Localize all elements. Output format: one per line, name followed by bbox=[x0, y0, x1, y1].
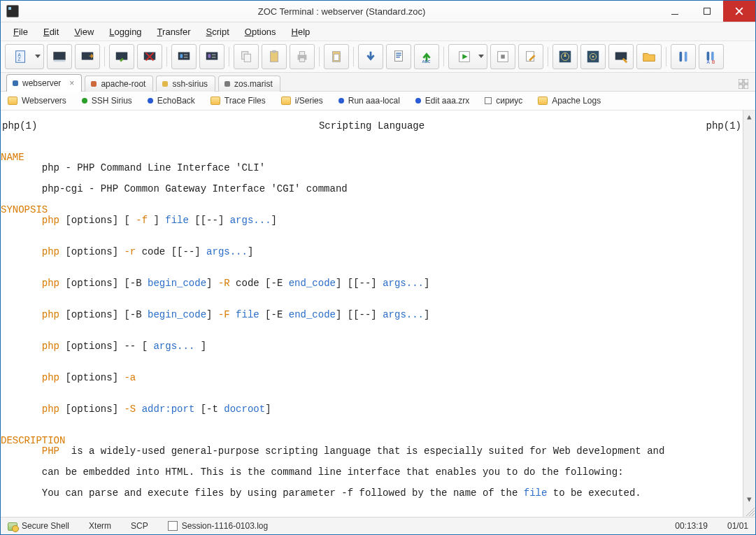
svg-rect-27 bbox=[396, 55, 401, 55]
menu-script[interactable]: Script bbox=[199, 24, 236, 39]
status-logfile[interactable]: Session-1116-0103.log bbox=[168, 521, 268, 532]
term-line: You can parse and execute files by using… bbox=[1, 488, 743, 499]
term-header-left: php(1) bbox=[2, 121, 37, 131]
tool-connect[interactable] bbox=[109, 44, 134, 69]
tab-apache-root[interactable]: apache-root bbox=[85, 76, 153, 92]
quick-echoback[interactable]: EchoBack bbox=[148, 96, 195, 106]
term-line: php [options] [-B begin_code] -R code [-… bbox=[1, 278, 743, 289]
svg-rect-9 bbox=[180, 54, 183, 58]
terminal-icon bbox=[52, 49, 67, 64]
connect-icon bbox=[114, 49, 129, 64]
folder-icon bbox=[8, 97, 17, 105]
term-line bbox=[1, 141, 6, 152]
size-grip-icon[interactable] bbox=[743, 505, 755, 517]
quick-sirius-cyrillic[interactable]: сириус bbox=[485, 96, 522, 106]
tool-clipdoc[interactable] bbox=[324, 44, 349, 69]
scroll-down-icon[interactable]: ▾ bbox=[743, 493, 755, 505]
app-icon bbox=[6, 5, 19, 17]
tab-label: zos.marist bbox=[234, 79, 273, 89]
dot-icon bbox=[82, 98, 87, 104]
quick-iseries[interactable]: i/Series bbox=[281, 96, 323, 106]
tool-download[interactable] bbox=[358, 44, 383, 69]
tool-paste[interactable] bbox=[262, 44, 287, 69]
quick-ssh-sirius[interactable]: SSH Sirius bbox=[82, 96, 132, 106]
term-line bbox=[1, 477, 6, 488]
term-header: php(1)Scripting Languagephp(1) bbox=[1, 121, 743, 131]
terminal-next-icon bbox=[80, 49, 95, 64]
titlebar: ZOC Terminal : webserver (Standard.zoc) bbox=[1, 1, 755, 22]
scrollbar[interactable]: ▴ ▾ bbox=[743, 110, 755, 517]
tab-color-icon bbox=[13, 80, 18, 86]
tool-print[interactable] bbox=[290, 44, 315, 69]
tool-doc[interactable] bbox=[386, 44, 411, 69]
svg-text:A: A bbox=[707, 59, 711, 64]
tool-copy[interactable] bbox=[234, 44, 259, 69]
tab-close-icon[interactable]: × bbox=[69, 79, 74, 87]
menu-help[interactable]: Help bbox=[285, 24, 318, 39]
quick-apache-logs[interactable]: Apache Logs bbox=[538, 96, 601, 106]
tab-label: apache-root bbox=[101, 79, 145, 89]
tool-quick2[interactable] bbox=[75, 44, 100, 69]
term-line bbox=[1, 173, 6, 184]
tab-webserver[interactable]: webserver × bbox=[6, 74, 82, 92]
tool-profile1[interactable] bbox=[171, 44, 197, 69]
tab-grid-icon[interactable] bbox=[739, 79, 748, 91]
tubes-icon bbox=[676, 49, 691, 64]
status-page: 01/01 bbox=[727, 521, 748, 531]
profile-icon bbox=[176, 49, 192, 64]
paste-icon bbox=[266, 49, 282, 64]
svg-rect-47 bbox=[744, 79, 748, 83]
tool-hostdir[interactable]: AZ bbox=[5, 44, 44, 69]
close-button[interactable] bbox=[723, 1, 755, 22]
svg-rect-12 bbox=[206, 52, 218, 60]
menu-file[interactable]: File bbox=[6, 24, 35, 39]
tool-disconnect[interactable] bbox=[137, 44, 162, 69]
menubar: File Edit View Logging Transfer Script O… bbox=[1, 22, 755, 41]
quick-webservers[interactable]: Webservers bbox=[8, 96, 66, 106]
menu-options[interactable]: Options bbox=[238, 24, 283, 39]
svg-rect-17 bbox=[244, 54, 250, 62]
compass-icon bbox=[557, 49, 573, 64]
dot-icon bbox=[148, 98, 153, 104]
svg-rect-14 bbox=[212, 54, 216, 55]
tool-upload[interactable]: ABC bbox=[414, 44, 439, 69]
quick-tracefiles[interactable]: Trace Files bbox=[211, 96, 266, 106]
profile2-icon bbox=[204, 49, 220, 64]
checkbox-icon[interactable] bbox=[168, 521, 178, 531]
tool-quick1[interactable] bbox=[47, 44, 72, 69]
minimize-button[interactable] bbox=[659, 1, 691, 22]
term-line: php-cgi - PHP Common Gateway Interface '… bbox=[1, 183, 348, 194]
folder-icon bbox=[281, 97, 291, 105]
tool-openfolder[interactable] bbox=[636, 44, 662, 69]
term-line: PHP is a widely-used general-purpose scr… bbox=[1, 446, 743, 457]
tool-profile2[interactable] bbox=[199, 44, 224, 69]
term-line bbox=[1, 508, 6, 517]
svg-rect-49 bbox=[744, 85, 748, 89]
toolbar-sep bbox=[548, 47, 548, 66]
svg-rect-41 bbox=[685, 52, 687, 62]
tab-zos-marist[interactable]: zos.marist bbox=[218, 76, 280, 92]
scroll-up-icon[interactable]: ▴ bbox=[743, 110, 755, 122]
tool-termopt[interactable] bbox=[608, 44, 634, 69]
menu-edit[interactable]: Edit bbox=[36, 24, 66, 39]
tool-opt1[interactable] bbox=[552, 44, 578, 69]
quick-edit-aaa-zrx[interactable]: Edit aaa.zrx bbox=[415, 96, 469, 106]
tool-opt2[interactable] bbox=[580, 44, 606, 69]
maximize-button[interactable] bbox=[691, 1, 723, 22]
menu-logging[interactable]: Logging bbox=[102, 24, 148, 39]
tool-editscript[interactable] bbox=[518, 44, 543, 69]
terminal-wrap: php(1)Scripting Languagephp(1) NAME php … bbox=[1, 110, 755, 517]
tool-tubes2[interactable]: AB bbox=[699, 44, 724, 69]
tab-ssh-sirius[interactable]: ssh-sirius bbox=[156, 76, 215, 92]
svg-rect-10 bbox=[184, 54, 188, 55]
svg-rect-18 bbox=[271, 52, 278, 62]
menu-transfer[interactable]: Transfer bbox=[150, 24, 198, 39]
quick-run-aaa-local[interactable]: Run aaa-local bbox=[338, 96, 400, 106]
tool-stop[interactable] bbox=[490, 44, 515, 69]
terminal[interactable]: php(1)Scripting Languagephp(1) NAME php … bbox=[1, 110, 743, 517]
tool-run[interactable] bbox=[448, 44, 487, 69]
menu-view[interactable]: View bbox=[67, 24, 101, 39]
clipboard-icon bbox=[329, 49, 344, 64]
scroll-track[interactable] bbox=[743, 122, 755, 493]
tool-tubes1[interactable] bbox=[671, 44, 696, 69]
